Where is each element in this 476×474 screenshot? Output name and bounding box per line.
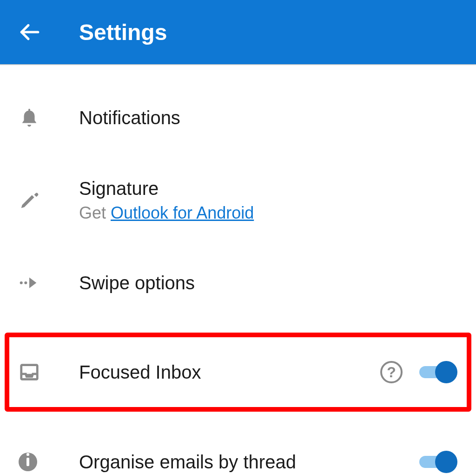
focused-inbox-highlight: Focused Inbox ? <box>5 333 471 412</box>
item-title: Signature <box>79 177 457 200</box>
item-title: Swipe options <box>79 272 457 294</box>
settings-item-notifications[interactable]: Notifications <box>0 81 476 154</box>
settings-item-swipe[interactable]: Swipe options <box>0 247 476 319</box>
app-header: Settings <box>0 0 476 65</box>
outlook-android-link[interactable]: Outlook for Android <box>111 203 254 222</box>
inbox-icon <box>19 361 40 383</box>
settings-list: Notifications Signature Get Outlook for … <box>0 65 476 474</box>
item-title: Organise emails by thread <box>79 451 419 473</box>
arrow-left-icon <box>18 20 41 44</box>
item-title: Focused Inbox <box>79 361 380 383</box>
back-button[interactable] <box>17 20 42 45</box>
subtitle-prefix: Get <box>79 203 111 222</box>
settings-item-focused-inbox[interactable]: Focused Inbox ? <box>9 342 467 402</box>
svg-point-1 <box>20 281 23 284</box>
page-title: Settings <box>79 20 167 45</box>
organise-toggle[interactable] <box>419 451 457 473</box>
bell-icon <box>19 107 40 128</box>
settings-item-organise[interactable]: Organise emails by thread <box>0 426 476 474</box>
pen-icon <box>19 189 40 211</box>
help-icon[interactable]: ? <box>380 361 403 383</box>
item-title: Notifications <box>79 107 457 129</box>
svg-point-2 <box>24 281 27 284</box>
item-subtitle: Get Outlook for Android <box>79 203 457 223</box>
settings-item-signature[interactable]: Signature Get Outlook for Android <box>0 154 476 247</box>
info-icon <box>19 453 37 471</box>
focused-inbox-toggle[interactable] <box>419 361 457 383</box>
swipe-icon <box>19 272 40 294</box>
